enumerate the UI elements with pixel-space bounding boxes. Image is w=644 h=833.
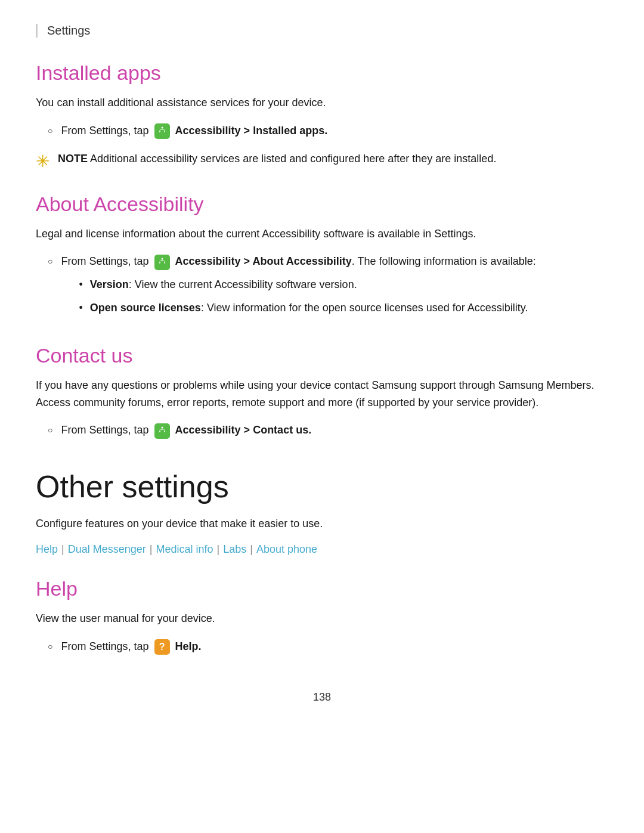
- page-header: Settings: [36, 24, 608, 38]
- contact-us-prefix: From Settings, tap: [61, 424, 148, 436]
- note-label: NOTE: [58, 153, 88, 165]
- installed-apps-note: ✳ NOTE Additional accessibility services…: [36, 150, 608, 171]
- nav-separator-4: |: [250, 543, 253, 556]
- nav-link-dual-messenger[interactable]: Dual Messenger: [68, 543, 146, 556]
- installed-apps-bullet-path: Accessibility > Installed apps.: [175, 125, 328, 137]
- contact-us-bullets: From Settings, tap Accessibility > Conta…: [36, 422, 608, 439]
- about-accessibility-description: Legal and license information about the …: [36, 225, 608, 243]
- nav-links: Help | Dual Messenger | Medical info | L…: [36, 543, 608, 556]
- note-icon: ✳: [36, 151, 49, 171]
- help-section: Help View the user manual for your devic…: [36, 577, 608, 655]
- nav-link-help[interactable]: Help: [36, 543, 58, 556]
- version-label: Version: [90, 278, 129, 290]
- help-path: Help.: [175, 640, 202, 652]
- about-accessibility-sub-bullets: Version: View the current Accessibility …: [79, 276, 535, 317]
- help-title: Help: [36, 577, 608, 600]
- nav-separator-1: |: [61, 543, 64, 556]
- contact-us-section: Contact us If you have any questions or …: [36, 344, 608, 439]
- svg-point-0: [161, 127, 163, 129]
- nav-separator-2: |: [150, 543, 153, 556]
- other-settings-description: Configure features on your device that m…: [36, 515, 608, 532]
- installed-apps-bullet-item: From Settings, tap Accessibility > Insta…: [36, 122, 608, 140]
- note-content: Additional accessibility services are li…: [90, 153, 496, 165]
- about-accessibility-section: About Accessibility Legal and license in…: [36, 193, 608, 323]
- installed-apps-bullet-prefix: From Settings, tap: [61, 125, 148, 137]
- accessibility-icon-3: [154, 423, 170, 439]
- help-prefix: From Settings, tap: [61, 640, 148, 652]
- about-accessibility-bullets: From Settings, tap Accessibility > About…: [36, 253, 608, 322]
- svg-point-1: [161, 258, 163, 259]
- other-settings-section: Other settings Configure features on you…: [36, 469, 608, 556]
- contact-us-path: Accessibility > Contact us.: [175, 424, 312, 436]
- about-accessibility-path: Accessibility > About Accessibility: [175, 255, 352, 267]
- note-text: NOTE Additional accessibility services a…: [58, 150, 496, 168]
- contact-us-bullet-item: From Settings, tap Accessibility > Conta…: [36, 422, 608, 439]
- accessibility-icon: [154, 123, 170, 139]
- installed-apps-bullets: From Settings, tap Accessibility > Insta…: [36, 122, 608, 140]
- installed-apps-title: Installed apps: [36, 61, 608, 85]
- about-accessibility-bullet-item: From Settings, tap Accessibility > About…: [36, 253, 608, 322]
- help-bullets: From Settings, tap ? Help.: [36, 638, 608, 655]
- help-description: View the user manual for your device.: [36, 610, 608, 627]
- contact-us-title: Contact us: [36, 344, 608, 367]
- sub-bullet-open-source: Open source licenses: View information f…: [79, 299, 535, 317]
- help-icon-inner: ?: [159, 639, 165, 655]
- other-settings-title: Other settings: [36, 469, 608, 504]
- accessibility-icon-2: [154, 255, 170, 270]
- open-source-label: Open source licenses: [90, 302, 201, 314]
- installed-apps-section: Installed apps You can install additiona…: [36, 61, 608, 171]
- accessibility-svg: [157, 126, 168, 137]
- installed-apps-description: You can install additional assistance se…: [36, 94, 608, 112]
- about-accessibility-title: About Accessibility: [36, 193, 608, 216]
- contact-us-description: If you have any questions or problems wh…: [36, 377, 608, 411]
- help-icon: ?: [154, 639, 170, 655]
- nav-link-about-phone[interactable]: About phone: [256, 543, 317, 556]
- nav-link-labs[interactable]: Labs: [223, 543, 246, 556]
- help-bullet-item: From Settings, tap ? Help.: [36, 638, 608, 655]
- about-accessibility-prefix: From Settings, tap: [61, 255, 148, 267]
- header-text: Settings: [47, 24, 90, 37]
- nav-link-medical-info[interactable]: Medical info: [156, 543, 213, 556]
- page-number: 138: [36, 691, 608, 704]
- nav-separator-3: |: [217, 543, 220, 556]
- accessibility-svg-3: [157, 426, 168, 436]
- accessibility-svg-2: [157, 257, 168, 268]
- sub-bullet-version: Version: View the current Accessibility …: [79, 276, 535, 293]
- svg-point-2: [161, 426, 163, 428]
